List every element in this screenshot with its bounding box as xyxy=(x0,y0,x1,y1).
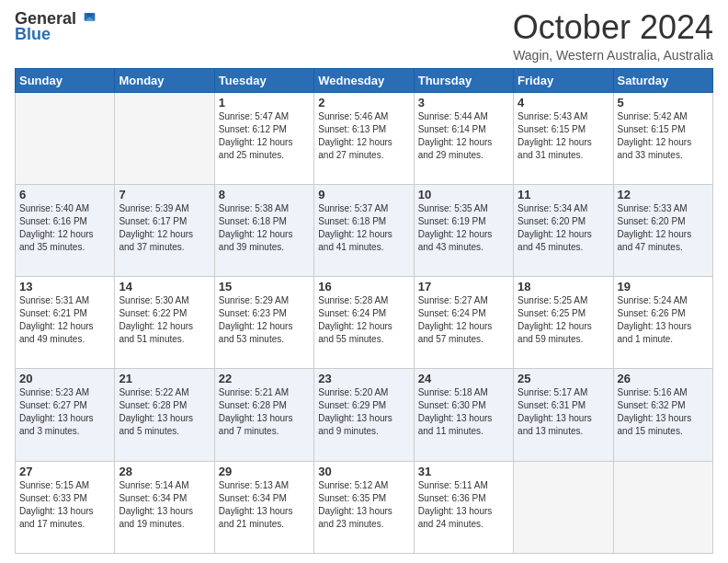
col-monday: Monday xyxy=(115,68,214,92)
day-number: 23 xyxy=(318,372,409,385)
cell-info: Sunrise: 5:12 AMSunset: 6:35 PMDaylight:… xyxy=(318,479,409,531)
table-row: 2Sunrise: 5:46 AMSunset: 6:13 PMDaylight… xyxy=(314,92,414,184)
day-number: 18 xyxy=(518,280,609,293)
table-row xyxy=(115,92,214,184)
day-number: 28 xyxy=(119,465,210,478)
day-number: 5 xyxy=(618,96,709,109)
day-number: 12 xyxy=(618,188,709,201)
cell-info: Sunrise: 5:18 AMSunset: 6:30 PMDaylight:… xyxy=(418,386,509,438)
table-row: 1Sunrise: 5:47 AMSunset: 6:12 PMDaylight… xyxy=(214,92,313,184)
day-number: 9 xyxy=(318,188,409,201)
day-number: 7 xyxy=(119,188,210,201)
table-row: 28Sunrise: 5:14 AMSunset: 6:34 PMDayligh… xyxy=(115,461,214,553)
cell-info: Sunrise: 5:30 AMSunset: 6:22 PMDaylight:… xyxy=(119,294,210,346)
day-number: 4 xyxy=(518,96,609,109)
cell-info: Sunrise: 5:11 AMSunset: 6:36 PMDaylight:… xyxy=(418,479,509,531)
table-row: 15Sunrise: 5:29 AMSunset: 6:23 PMDayligh… xyxy=(214,277,313,369)
cell-info: Sunrise: 5:28 AMSunset: 6:24 PMDaylight:… xyxy=(318,294,409,346)
calendar-table: Sunday Monday Tuesday Wednesday Thursday… xyxy=(15,68,713,554)
table-row: 3Sunrise: 5:44 AMSunset: 6:14 PMDaylight… xyxy=(414,92,513,184)
cell-info: Sunrise: 5:16 AMSunset: 6:32 PMDaylight:… xyxy=(618,386,709,438)
cell-info: Sunrise: 5:15 AMSunset: 6:33 PMDaylight:… xyxy=(19,479,110,531)
day-number: 19 xyxy=(618,280,709,293)
cell-info: Sunrise: 5:25 AMSunset: 6:25 PMDaylight:… xyxy=(518,294,609,346)
logo-blue: Blue xyxy=(15,25,51,44)
col-wednesday: Wednesday xyxy=(314,68,414,92)
calendar-week-row: 1Sunrise: 5:47 AMSunset: 6:12 PMDaylight… xyxy=(16,92,713,184)
calendar-header-row: Sunday Monday Tuesday Wednesday Thursday… xyxy=(16,68,713,92)
cell-info: Sunrise: 5:24 AMSunset: 6:26 PMDaylight:… xyxy=(618,294,709,346)
day-number: 20 xyxy=(19,372,110,385)
day-number: 1 xyxy=(219,96,310,109)
location-subtitle: Wagin, Western Australia, Australia xyxy=(513,48,713,63)
cell-info: Sunrise: 5:20 AMSunset: 6:29 PMDaylight:… xyxy=(318,386,409,438)
table-row: 18Sunrise: 5:25 AMSunset: 6:25 PMDayligh… xyxy=(514,277,613,369)
day-number: 22 xyxy=(219,372,310,385)
cell-info: Sunrise: 5:35 AMSunset: 6:19 PMDaylight:… xyxy=(418,202,509,254)
table-row: 20Sunrise: 5:23 AMSunset: 6:27 PMDayligh… xyxy=(16,369,115,461)
day-number: 8 xyxy=(219,188,310,201)
col-tuesday: Tuesday xyxy=(214,68,313,92)
cell-info: Sunrise: 5:40 AMSunset: 6:16 PMDaylight:… xyxy=(19,202,110,254)
cell-info: Sunrise: 5:46 AMSunset: 6:13 PMDaylight:… xyxy=(318,110,409,162)
cell-info: Sunrise: 5:13 AMSunset: 6:34 PMDaylight:… xyxy=(219,479,310,531)
table-row: 30Sunrise: 5:12 AMSunset: 6:35 PMDayligh… xyxy=(314,461,414,553)
table-row: 4Sunrise: 5:43 AMSunset: 6:15 PMDaylight… xyxy=(514,92,613,184)
calendar-week-row: 27Sunrise: 5:15 AMSunset: 6:33 PMDayligh… xyxy=(16,461,713,553)
table-row: 7Sunrise: 5:39 AMSunset: 6:17 PMDaylight… xyxy=(115,184,214,276)
col-sunday: Sunday xyxy=(16,68,115,92)
col-thursday: Thursday xyxy=(414,68,513,92)
table-row: 25Sunrise: 5:17 AMSunset: 6:31 PMDayligh… xyxy=(514,369,613,461)
table-row xyxy=(514,461,613,553)
day-number: 26 xyxy=(618,372,709,385)
day-number: 6 xyxy=(19,188,110,201)
cell-info: Sunrise: 5:17 AMSunset: 6:31 PMDaylight:… xyxy=(518,386,609,438)
cell-info: Sunrise: 5:43 AMSunset: 6:15 PMDaylight:… xyxy=(518,110,609,162)
col-saturday: Saturday xyxy=(613,68,712,92)
day-number: 11 xyxy=(518,188,609,201)
day-number: 13 xyxy=(19,280,110,293)
table-row: 23Sunrise: 5:20 AMSunset: 6:29 PMDayligh… xyxy=(314,369,414,461)
day-number: 24 xyxy=(418,372,509,385)
cell-info: Sunrise: 5:47 AMSunset: 6:12 PMDaylight:… xyxy=(219,110,310,162)
table-row: 14Sunrise: 5:30 AMSunset: 6:22 PMDayligh… xyxy=(115,277,214,369)
table-row: 29Sunrise: 5:13 AMSunset: 6:34 PMDayligh… xyxy=(214,461,313,553)
cell-info: Sunrise: 5:31 AMSunset: 6:21 PMDaylight:… xyxy=(19,294,110,346)
day-number: 2 xyxy=(318,96,409,109)
table-row: 17Sunrise: 5:27 AMSunset: 6:24 PMDayligh… xyxy=(414,277,513,369)
table-row: 26Sunrise: 5:16 AMSunset: 6:32 PMDayligh… xyxy=(613,369,712,461)
table-row: 13Sunrise: 5:31 AMSunset: 6:21 PMDayligh… xyxy=(16,277,115,369)
cell-info: Sunrise: 5:14 AMSunset: 6:34 PMDaylight:… xyxy=(119,479,210,531)
cell-info: Sunrise: 5:21 AMSunset: 6:28 PMDaylight:… xyxy=(219,386,310,438)
table-row: 5Sunrise: 5:42 AMSunset: 6:15 PMDaylight… xyxy=(613,92,712,184)
cell-info: Sunrise: 5:42 AMSunset: 6:15 PMDaylight:… xyxy=(618,110,709,162)
cell-info: Sunrise: 5:29 AMSunset: 6:23 PMDaylight:… xyxy=(219,294,310,346)
table-row xyxy=(16,92,115,184)
table-row: 11Sunrise: 5:34 AMSunset: 6:20 PMDayligh… xyxy=(514,184,613,276)
title-block: October 2024 Wagin, Western Australia, A… xyxy=(513,9,713,63)
table-row: 8Sunrise: 5:38 AMSunset: 6:18 PMDaylight… xyxy=(214,184,313,276)
month-title: October 2024 xyxy=(513,9,713,46)
table-row: 16Sunrise: 5:28 AMSunset: 6:24 PMDayligh… xyxy=(314,277,414,369)
cell-info: Sunrise: 5:39 AMSunset: 6:17 PMDaylight:… xyxy=(119,202,210,254)
table-row: 24Sunrise: 5:18 AMSunset: 6:30 PMDayligh… xyxy=(414,369,513,461)
day-number: 14 xyxy=(119,280,210,293)
day-number: 25 xyxy=(518,372,609,385)
cell-info: Sunrise: 5:33 AMSunset: 6:20 PMDaylight:… xyxy=(618,202,709,254)
cell-info: Sunrise: 5:27 AMSunset: 6:24 PMDaylight:… xyxy=(418,294,509,346)
day-number: 17 xyxy=(418,280,509,293)
day-number: 10 xyxy=(418,188,509,201)
calendar-week-row: 13Sunrise: 5:31 AMSunset: 6:21 PMDayligh… xyxy=(16,277,713,369)
calendar-week-row: 20Sunrise: 5:23 AMSunset: 6:27 PMDayligh… xyxy=(16,369,713,461)
cell-info: Sunrise: 5:23 AMSunset: 6:27 PMDaylight:… xyxy=(19,386,110,438)
cell-info: Sunrise: 5:38 AMSunset: 6:18 PMDaylight:… xyxy=(219,202,310,254)
table-row: 31Sunrise: 5:11 AMSunset: 6:36 PMDayligh… xyxy=(414,461,513,553)
table-row: 6Sunrise: 5:40 AMSunset: 6:16 PMDaylight… xyxy=(16,184,115,276)
cell-info: Sunrise: 5:22 AMSunset: 6:28 PMDaylight:… xyxy=(119,386,210,438)
day-number: 16 xyxy=(318,280,409,293)
day-number: 15 xyxy=(219,280,310,293)
day-number: 30 xyxy=(318,465,409,478)
table-row: 19Sunrise: 5:24 AMSunset: 6:26 PMDayligh… xyxy=(613,277,712,369)
table-row: 22Sunrise: 5:21 AMSunset: 6:28 PMDayligh… xyxy=(214,369,313,461)
table-row: 21Sunrise: 5:22 AMSunset: 6:28 PMDayligh… xyxy=(115,369,214,461)
